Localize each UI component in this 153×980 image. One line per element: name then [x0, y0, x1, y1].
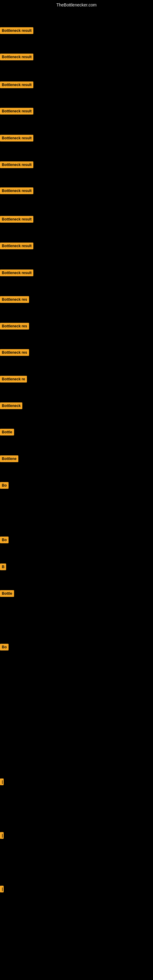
- bottleneck-result-item[interactable]: Bottleneck res: [0, 296, 29, 304]
- bottleneck-result-item[interactable]: Bottleneck result: [0, 188, 33, 196]
- bottleneck-badge: Bottleneck res: [0, 349, 29, 356]
- bottleneck-result-item[interactable]: Bottleneck res: [0, 349, 29, 357]
- bottleneck-result-item[interactable]: Bottleneck result: [0, 161, 33, 169]
- bottleneck-badge: Bottleneck re: [0, 376, 27, 382]
- bottleneck-result-item[interactable]: Bottleneck re: [0, 376, 27, 384]
- bottleneck-result-item[interactable]: B: [0, 563, 6, 571]
- bottleneck-result-item[interactable]: Bottleneck result: [0, 269, 33, 277]
- bottleneck-result-item[interactable]: Bottleneck result: [0, 81, 33, 89]
- bottleneck-badge: |: [0, 886, 4, 892]
- bottleneck-badge: Bottleneck result: [0, 108, 33, 115]
- bottleneck-badge: Bottleneck result: [0, 81, 33, 88]
- bottleneck-badge: Bottleneck res: [0, 323, 29, 329]
- bottleneck-result-item[interactable]: |: [0, 832, 4, 840]
- bottleneck-badge: |: [0, 778, 4, 785]
- bottleneck-badge: Bottleneck result: [0, 216, 33, 223]
- bottleneck-result-item[interactable]: Bottleneck result: [0, 216, 33, 224]
- bottleneck-badge: Bottleneck result: [0, 27, 33, 34]
- bottleneck-result-item[interactable]: Bottleneck result: [0, 243, 33, 250]
- bottleneck-badge: Bottle: [0, 590, 14, 597]
- bottleneck-result-item[interactable]: Bottleneck result: [0, 135, 33, 143]
- bottleneck-result-item[interactable]: Bottleneck result: [0, 27, 33, 35]
- bottleneck-result-item[interactable]: Bo: [0, 536, 9, 544]
- bottleneck-badge: Bottleneck result: [0, 269, 33, 276]
- bottleneck-badge: Bo: [0, 644, 9, 651]
- bottleneck-result-item[interactable]: Bottleneck result: [0, 108, 33, 116]
- bottleneck-result-item[interactable]: Bottle: [0, 590, 14, 598]
- bottleneck-badge: Bottleneck: [0, 402, 22, 409]
- bottleneck-result-item[interactable]: Bottleneck: [0, 402, 22, 410]
- bottleneck-result-item[interactable]: Bo: [0, 482, 9, 490]
- bottleneck-result-item[interactable]: Bottleneck res: [0, 323, 29, 331]
- bottleneck-badge: B: [0, 563, 6, 570]
- bottleneck-badge: Bottleneck result: [0, 54, 33, 60]
- bottleneck-result-item[interactable]: Bottle: [0, 429, 14, 437]
- bottleneck-badge: |: [0, 832, 4, 839]
- bottleneck-result-item[interactable]: |: [0, 886, 4, 894]
- bottleneck-badge: Bottleneck res: [0, 296, 29, 303]
- bottleneck-result-item[interactable]: Bottleneck result: [0, 54, 33, 62]
- bottleneck-result-item[interactable]: |: [0, 778, 4, 786]
- bottleneck-badge: Bo: [0, 536, 9, 543]
- bottleneck-badge: Bo: [0, 482, 9, 489]
- bottleneck-badge: Bottleneck result: [0, 243, 33, 249]
- bottleneck-result-item[interactable]: Bottlene: [0, 455, 18, 463]
- site-title: TheBottlenecker.com: [0, 0, 153, 10]
- bottleneck-badge: Bottlene: [0, 455, 18, 462]
- bottleneck-badge: Bottle: [0, 429, 14, 436]
- bottleneck-badge: Bottleneck result: [0, 135, 33, 142]
- bottleneck-badge: Bottleneck result: [0, 188, 33, 194]
- bottleneck-badge: Bottleneck result: [0, 161, 33, 168]
- bottleneck-result-item[interactable]: Bo: [0, 644, 9, 652]
